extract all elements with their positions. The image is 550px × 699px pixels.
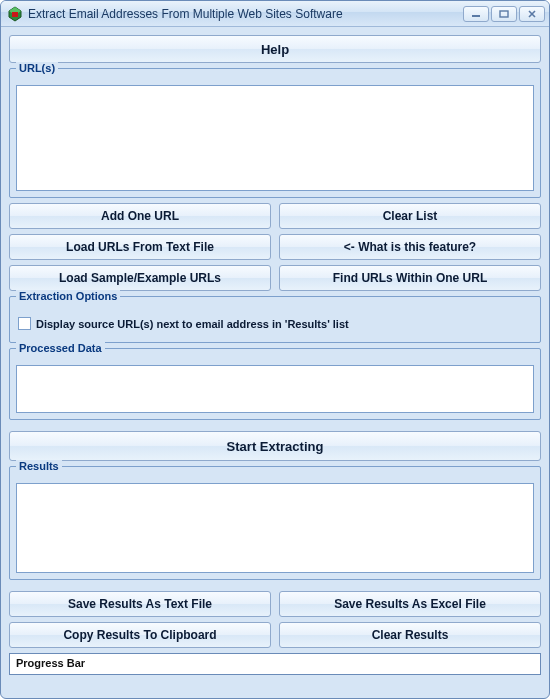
svg-rect-3: [472, 15, 480, 17]
start-extracting-button[interactable]: Start Extracting: [9, 431, 541, 461]
urls-legend: URL(s): [16, 62, 58, 74]
find-urls-within-button[interactable]: Find URLs Within One URL: [279, 265, 541, 291]
save-results-text-label: Save Results As Text File: [68, 597, 212, 611]
save-results-text-button[interactable]: Save Results As Text File: [9, 591, 271, 617]
add-one-url-button[interactable]: Add One URL: [9, 203, 271, 229]
help-button-label: Help: [261, 42, 289, 57]
client-area: Help URL(s) Add One URL Clear List Load …: [1, 27, 549, 698]
add-one-url-label: Add One URL: [101, 209, 179, 223]
titlebar[interactable]: Extract Email Addresses From Multiple We…: [1, 1, 549, 27]
find-urls-within-label: Find URLs Within One URL: [333, 271, 488, 285]
copy-results-clipboard-button[interactable]: Copy Results To Clipboard: [9, 622, 271, 648]
load-sample-urls-button[interactable]: Load Sample/Example URLs: [9, 265, 271, 291]
load-sample-urls-label: Load Sample/Example URLs: [59, 271, 221, 285]
clear-results-button[interactable]: Clear Results: [279, 622, 541, 648]
clear-list-button[interactable]: Clear List: [279, 203, 541, 229]
svg-rect-2: [12, 12, 18, 17]
maximize-button[interactable]: [491, 6, 517, 22]
processed-data-legend: Processed Data: [16, 342, 105, 354]
what-is-this-button[interactable]: <- What is this feature?: [279, 234, 541, 260]
display-source-label: Display source URL(s) next to email addr…: [36, 318, 349, 330]
app-icon: [7, 6, 23, 22]
clear-results-label: Clear Results: [372, 628, 449, 642]
results-group: Results: [9, 466, 541, 580]
progress-bar: Progress Bar: [9, 653, 541, 675]
processed-data-listbox[interactable]: [16, 365, 534, 413]
extraction-options-legend: Extraction Options: [16, 290, 120, 302]
processed-data-group: Processed Data: [9, 348, 541, 420]
display-source-checkbox[interactable]: [18, 317, 31, 330]
extraction-options-group: Extraction Options Display source URL(s)…: [9, 296, 541, 343]
app-window: Extract Email Addresses From Multiple We…: [0, 0, 550, 699]
start-extracting-label: Start Extracting: [227, 439, 324, 454]
minimize-button[interactable]: [463, 6, 489, 22]
window-title: Extract Email Addresses From Multiple We…: [28, 7, 463, 21]
save-results-excel-button[interactable]: Save Results As Excel File: [279, 591, 541, 617]
help-button[interactable]: Help: [9, 35, 541, 63]
load-urls-from-file-label: Load URLs From Text File: [66, 240, 214, 254]
save-results-excel-label: Save Results As Excel File: [334, 597, 486, 611]
window-controls: [463, 6, 545, 22]
urls-group: URL(s): [9, 68, 541, 198]
results-listbox[interactable]: [16, 483, 534, 573]
close-button[interactable]: [519, 6, 545, 22]
progress-label: Progress Bar: [16, 657, 85, 669]
copy-results-clipboard-label: Copy Results To Clipboard: [63, 628, 216, 642]
clear-list-label: Clear List: [383, 209, 438, 223]
svg-rect-4: [500, 11, 508, 17]
urls-listbox[interactable]: [16, 85, 534, 191]
what-is-this-label: <- What is this feature?: [344, 240, 476, 254]
load-urls-from-file-button[interactable]: Load URLs From Text File: [9, 234, 271, 260]
results-legend: Results: [16, 460, 62, 472]
display-source-row: Display source URL(s) next to email addr…: [16, 313, 534, 336]
